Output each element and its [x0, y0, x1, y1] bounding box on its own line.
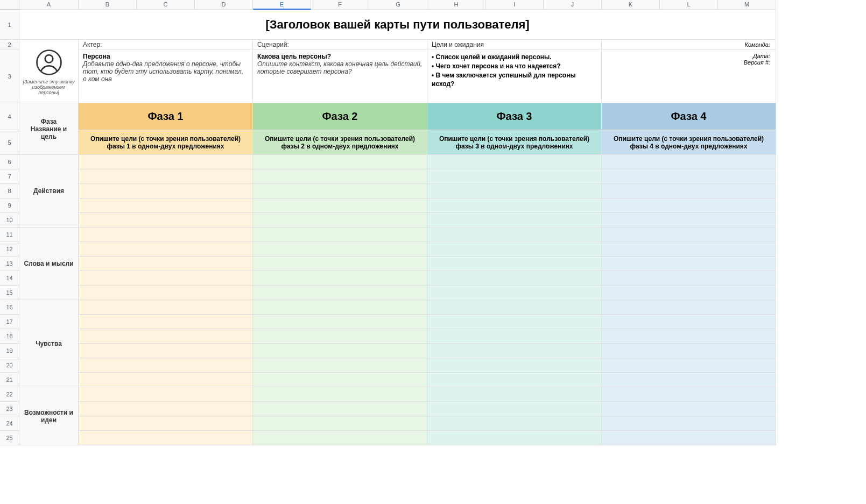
row-header-14[interactable]: 14 — [0, 271, 19, 286]
col-header-G[interactable]: G — [369, 0, 427, 10]
persona-icon-cell[interactable]: [Замените эту иконку изображением персон… — [19, 40, 79, 103]
data-cell-s3-r0-p0[interactable] — [79, 387, 253, 402]
data-cell-s0-r3-p3[interactable] — [602, 198, 776, 213]
data-cell-s2-r1-p2[interactable] — [427, 315, 602, 329]
data-cell-s1-r4-p2[interactable] — [427, 286, 602, 300]
data-cell-s0-r1-p0[interactable] — [79, 169, 253, 184]
data-cell-s1-r4-p1[interactable] — [253, 286, 427, 300]
data-cell-s3-r0-p1[interactable] — [253, 387, 427, 402]
data-cell-s2-r1-p3[interactable] — [602, 315, 776, 329]
data-cell-s3-r3-p0[interactable] — [79, 431, 253, 445]
data-cell-s2-r4-p0[interactable] — [79, 358, 253, 373]
data-cell-s3-r1-p1[interactable] — [253, 402, 427, 416]
data-cell-s0-r4-p0[interactable] — [79, 213, 253, 228]
data-cell-s3-r1-p2[interactable] — [427, 402, 602, 416]
row-header-2[interactable]: 2 — [0, 40, 19, 49]
data-cell-s1-r2-p0[interactable] — [79, 257, 253, 271]
data-cell-s0-r1-p1[interactable] — [253, 169, 427, 184]
row-header-9[interactable]: 9 — [0, 198, 19, 213]
data-cell-s1-r4-p0[interactable] — [79, 286, 253, 300]
row-header-11[interactable]: 11 — [0, 228, 19, 242]
row-header-17[interactable]: 17 — [0, 315, 19, 329]
data-cell-s3-r1-p3[interactable] — [602, 402, 776, 416]
phase-4-desc[interactable]: Опишите цели (с точки зрения пользовател… — [602, 130, 776, 155]
row-header-12[interactable]: 12 — [0, 242, 19, 257]
data-cell-s0-r4-p2[interactable] — [427, 213, 602, 228]
data-cell-s0-r2-p2[interactable] — [427, 184, 602, 198]
data-cell-s0-r0-p3[interactable] — [602, 155, 776, 169]
row-header-7[interactable]: 7 — [0, 169, 19, 184]
col-header-F[interactable]: F — [311, 0, 369, 10]
row-header-3[interactable]: 3 — [0, 49, 19, 103]
data-cell-s1-r3-p2[interactable] — [427, 271, 602, 286]
data-cell-s2-r5-p0[interactable] — [79, 373, 253, 387]
persona-cell[interactable]: Персона Добавьте одно-два предложения о … — [79, 49, 253, 103]
col-header-A[interactable]: A — [19, 0, 79, 10]
row-header-13[interactable]: 13 — [0, 257, 19, 271]
phase-3-desc[interactable]: Опишите цели (с точки зрения пользовател… — [427, 130, 602, 155]
col-header-H[interactable]: H — [427, 0, 485, 10]
select-all-corner[interactable] — [0, 0, 19, 10]
data-cell-s3-r2-p3[interactable] — [602, 416, 776, 431]
data-cell-s0-r1-p3[interactable] — [602, 169, 776, 184]
data-cell-s3-r3-p2[interactable] — [427, 431, 602, 445]
data-cell-s0-r0-p1[interactable] — [253, 155, 427, 169]
phase-2-head[interactable]: Фаза 2 — [253, 103, 427, 130]
data-cell-s2-r5-p1[interactable] — [253, 373, 427, 387]
data-cell-s3-r2-p1[interactable] — [253, 416, 427, 431]
col-header-J[interactable]: J — [544, 0, 602, 10]
data-cell-s3-r3-p1[interactable] — [253, 431, 427, 445]
data-cell-s1-r1-p1[interactable] — [253, 242, 427, 257]
goals-label[interactable]: Цели и ожидания — [427, 40, 602, 49]
row-header-22[interactable]: 22 — [0, 387, 19, 402]
data-cell-s2-r3-p0[interactable] — [79, 344, 253, 358]
phase-1-desc[interactable]: Опишите цели (с точки зрения пользовател… — [79, 130, 253, 155]
col-header-K[interactable]: K — [602, 0, 660, 10]
data-cell-s0-r2-p1[interactable] — [253, 184, 427, 198]
col-header-D[interactable]: D — [195, 0, 253, 10]
row-header-10[interactable]: 10 — [0, 213, 19, 228]
data-cell-s2-r0-p3[interactable] — [602, 300, 776, 315]
row-header-1[interactable]: 1 — [0, 10, 19, 40]
col-header-E[interactable]: E — [253, 0, 311, 10]
data-cell-s1-r1-p3[interactable] — [602, 242, 776, 257]
data-cell-s0-r3-p0[interactable] — [79, 198, 253, 213]
data-cell-s0-r2-p0[interactable] — [79, 184, 253, 198]
data-cell-s2-r1-p0[interactable] — [79, 315, 253, 329]
row-header-21[interactable]: 21 — [0, 373, 19, 387]
col-header-C[interactable]: C — [137, 0, 195, 10]
data-cell-s1-r1-p0[interactable] — [79, 242, 253, 257]
data-cell-s3-r1-p0[interactable] — [79, 402, 253, 416]
data-cell-s3-r0-p3[interactable] — [602, 387, 776, 402]
data-cell-s0-r1-p2[interactable] — [427, 169, 602, 184]
meta-cell[interactable]: Дата: Версия #: — [602, 49, 776, 103]
data-cell-s2-r2-p0[interactable] — [79, 329, 253, 344]
data-cell-s2-r3-p3[interactable] — [602, 344, 776, 358]
data-cell-s1-r0-p1[interactable] — [253, 228, 427, 242]
section-label-0[interactable]: Действия — [19, 155, 79, 228]
row-header-25[interactable]: 25 — [0, 431, 19, 445]
section-label-1[interactable]: Слова и мысли — [19, 228, 79, 300]
data-cell-s1-r0-p0[interactable] — [79, 228, 253, 242]
row-header-16[interactable]: 16 — [0, 300, 19, 315]
row-header-20[interactable]: 20 — [0, 358, 19, 373]
data-cell-s2-r0-p2[interactable] — [427, 300, 602, 315]
data-cell-s0-r2-p3[interactable] — [602, 184, 776, 198]
data-cell-s1-r2-p2[interactable] — [427, 257, 602, 271]
row-header-8[interactable]: 8 — [0, 184, 19, 198]
data-cell-s2-r5-p3[interactable] — [602, 373, 776, 387]
col-header-M[interactable]: M — [718, 0, 776, 10]
data-cell-s2-r2-p1[interactable] — [253, 329, 427, 344]
data-cell-s1-r3-p1[interactable] — [253, 271, 427, 286]
data-cell-s2-r5-p2[interactable] — [427, 373, 602, 387]
data-cell-s1-r3-p0[interactable] — [79, 271, 253, 286]
phase-section-label[interactable]: Фаза Название и цель — [19, 103, 79, 155]
col-header-I[interactable]: I — [485, 0, 544, 10]
data-cell-s2-r4-p3[interactable] — [602, 358, 776, 373]
data-cell-s2-r4-p2[interactable] — [427, 358, 602, 373]
spreadsheet-grid[interactable]: A B C D E F G H I J K L M 1 [Заголовок в… — [0, 0, 866, 445]
data-cell-s2-r1-p1[interactable] — [253, 315, 427, 329]
row-header-5[interactable]: 5 — [0, 130, 19, 155]
data-cell-s0-r3-p1[interactable] — [253, 198, 427, 213]
row-header-24[interactable]: 24 — [0, 416, 19, 431]
